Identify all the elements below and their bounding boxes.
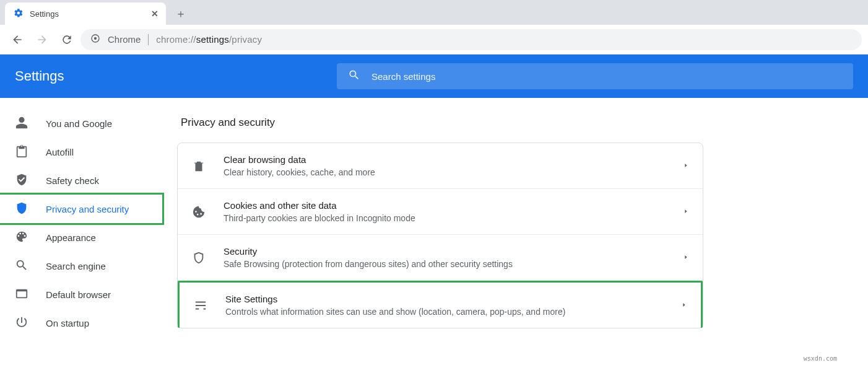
sidebar-item-label: Appearance xyxy=(46,232,96,243)
tab-title: Settings xyxy=(30,9,59,19)
row-title: Security xyxy=(224,246,666,257)
browser-tabstrip: Settings ✕ ＋ xyxy=(0,0,868,25)
separator xyxy=(148,34,149,45)
row-title: Cookies and other site data xyxy=(224,200,666,211)
row-clear-browsing-data[interactable]: Clear browsing data Clear history, cooki… xyxy=(178,143,703,189)
clipboard-icon xyxy=(15,144,28,160)
row-security[interactable]: Security Safe Browsing (protection from … xyxy=(178,235,703,281)
close-icon[interactable]: ✕ xyxy=(150,9,160,19)
palette-icon xyxy=(15,230,28,245)
chevron-right-icon xyxy=(683,162,689,170)
sidebar-item-search-engine[interactable]: Search engine xyxy=(0,252,162,280)
search-input[interactable] xyxy=(371,71,842,82)
cookie-icon xyxy=(191,205,206,219)
browser-tab-settings[interactable]: Settings ✕ xyxy=(5,2,166,25)
row-cookies[interactable]: Cookies and other site data Third-party … xyxy=(178,189,703,235)
section-title: Privacy and security xyxy=(177,117,703,129)
address-bar[interactable]: Chrome chrome://settings/privacy xyxy=(80,29,862,50)
privacy-card: Clear browsing data Clear history, cooki… xyxy=(177,143,703,328)
sidebar-item-autofill[interactable]: Autofill xyxy=(0,138,162,166)
row-subtitle: Controls what information sites can use … xyxy=(225,307,664,317)
shield-outline-icon xyxy=(191,251,206,265)
url-part-dim: chrome:// xyxy=(156,34,196,45)
search-settings-box[interactable] xyxy=(337,63,853,89)
sidebar-item-appearance[interactable]: Appearance xyxy=(0,223,162,252)
sidebar-item-on-startup[interactable]: On startup xyxy=(0,309,162,337)
forward-button[interactable] xyxy=(31,29,53,51)
main-content: Privacy and security Clear browsing data… xyxy=(173,98,868,365)
svg-point-1 xyxy=(94,37,97,40)
new-tab-button[interactable]: ＋ xyxy=(172,5,189,22)
chevron-right-icon xyxy=(681,301,687,310)
sidebar-item-label: Default browser xyxy=(46,289,111,300)
sidebar-item-you-and-google[interactable]: You and Google xyxy=(0,109,162,138)
sidebar-item-label: You and Google xyxy=(46,118,112,129)
sidebar-item-label: Privacy and security xyxy=(46,204,129,214)
sidebar: You and Google Autofill Safety check Pri… xyxy=(0,98,173,365)
search-icon xyxy=(348,69,360,84)
sidebar-item-safety-check[interactable]: Safety check xyxy=(0,166,162,195)
sidebar-item-label: On startup xyxy=(46,318,89,328)
sidebar-item-label: Search engine xyxy=(46,261,106,271)
gear-icon xyxy=(14,8,24,20)
person-icon xyxy=(15,116,28,131)
sliders-icon xyxy=(193,299,208,312)
row-subtitle: Safe Browsing (protection from dangerous… xyxy=(224,259,666,269)
sidebar-item-label: Safety check xyxy=(46,175,99,186)
shield-icon xyxy=(15,201,28,217)
row-subtitle: Clear history, cookies, cache, and more xyxy=(224,167,666,177)
row-subtitle: Third-party cookies are blocked in Incog… xyxy=(224,213,666,223)
browser-toolbar: Chrome chrome://settings/privacy xyxy=(0,25,868,55)
url-scheme-label: Chrome xyxy=(108,34,141,45)
sidebar-item-label: Autofill xyxy=(46,147,74,157)
settings-body: You and Google Autofill Safety check Pri… xyxy=(0,98,868,365)
row-site-settings[interactable]: Site Settings Controls what information … xyxy=(178,281,703,328)
chevron-right-icon xyxy=(683,208,689,216)
url-text: chrome://settings/privacy xyxy=(156,34,262,45)
sidebar-item-privacy-and-security[interactable]: Privacy and security xyxy=(0,195,162,223)
url-part-dark: settings xyxy=(196,34,229,45)
search-icon xyxy=(15,258,28,274)
chrome-icon xyxy=(90,33,100,45)
reload-button[interactable] xyxy=(56,29,78,51)
page-title: Settings xyxy=(15,68,324,84)
shield-check-icon xyxy=(15,173,28,188)
url-part-dim2: /privacy xyxy=(229,34,262,45)
sidebar-item-default-browser[interactable]: Default browser xyxy=(0,280,162,309)
chevron-right-icon xyxy=(683,253,689,262)
power-icon xyxy=(15,315,28,331)
row-title: Site Settings xyxy=(225,294,664,304)
browser-window-icon xyxy=(15,287,28,302)
row-title: Clear browsing data xyxy=(224,154,666,165)
back-button[interactable] xyxy=(6,29,28,51)
settings-header: Settings xyxy=(0,55,868,98)
watermark-text: wsxdn.com xyxy=(804,355,837,362)
trash-icon xyxy=(191,159,206,173)
